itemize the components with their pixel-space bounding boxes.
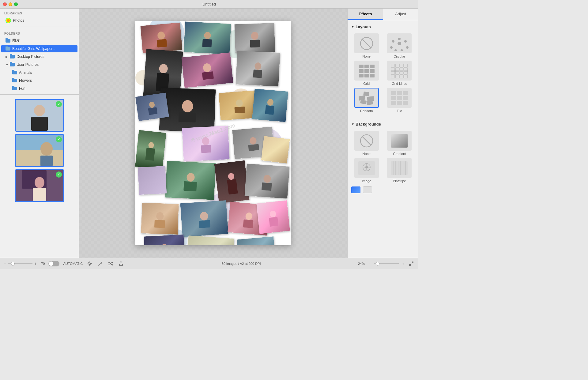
photo-22: [256, 200, 290, 234]
sidebar-divider-1: [0, 27, 79, 27]
folder-icon-0: [6, 38, 10, 43]
color-swatch-light[interactable]: [363, 186, 372, 193]
svg-rect-74: [364, 74, 369, 77]
sidebar-item-photos[interactable]: Photos: [1, 17, 77, 24]
svg-rect-86: [400, 71, 403, 74]
svg-rect-22: [253, 70, 262, 78]
layout-option-none[interactable]: None: [351, 33, 382, 58]
wand-button[interactable]: [97, 260, 104, 267]
gear-button[interactable]: [86, 260, 93, 267]
layout-label-gridlines: Grid Lines: [392, 82, 407, 85]
thumbnail-size-slider[interactable]: [8, 263, 32, 264]
right-panel: Effects Adjust ▼ Layouts None: [347, 9, 418, 258]
bg-label-gradient: Gradient: [393, 152, 406, 156]
maximize-button[interactable]: [14, 2, 18, 6]
zoom-slider[interactable]: [374, 263, 399, 264]
zoom-plus-right[interactable]: +: [402, 262, 404, 265]
bg-option-none[interactable]: None: [351, 131, 382, 156]
layout-thumb-grid: [354, 61, 379, 81]
sidebar-item-folder-1[interactable]: Beautiful Girls Wallpaper...: [1, 45, 77, 52]
bg-thumb-none: [354, 131, 379, 151]
bg-thumb-pinstripe: [387, 158, 412, 178]
layout-option-gridlines[interactable]: Grid Lines: [384, 61, 415, 85]
bg-thumb-gradient: [387, 131, 412, 151]
svg-point-11: [157, 31, 165, 40]
sidebar-item-fun[interactable]: Fun: [1, 85, 77, 92]
bg-label-pinstripe: Pinstripe: [393, 179, 406, 183]
photo-23: [144, 235, 185, 245]
svg-rect-103: [391, 101, 396, 105]
svg-point-13: [204, 32, 211, 39]
svg-rect-24: [179, 112, 196, 122]
image-count-info: 50 images / A2 at 200 DPI: [222, 262, 261, 265]
thumbnail-3[interactable]: ✓: [15, 169, 64, 202]
photo-16: [214, 160, 249, 203]
svg-point-33: [148, 142, 154, 149]
photo-20: [180, 200, 228, 237]
photo-19: [141, 203, 179, 235]
folder-name-fun: Fun: [19, 86, 25, 91]
tab-adjust[interactable]: Adjust: [383, 9, 419, 20]
tab-effects[interactable]: Effects: [348, 9, 383, 20]
svg-point-65: [392, 40, 394, 43]
layout-option-grid[interactable]: Grid: [351, 61, 382, 85]
svg-point-21: [254, 62, 262, 70]
thumbnail-2[interactable]: ✓: [15, 134, 64, 167]
photo-2: [183, 21, 231, 55]
svg-rect-100: [391, 96, 396, 100]
layout-option-tile[interactable]: Tile: [384, 88, 415, 113]
svg-rect-90: [400, 75, 403, 78]
thumbnail-1[interactable]: ✓: [15, 99, 64, 132]
layout-label-grid: Grid: [363, 82, 370, 85]
folder-name-2: Desktop Pictures: [17, 55, 44, 59]
layout-option-random[interactable]: Random: [351, 88, 382, 113]
layouts-header[interactable]: ▼ Layouts: [348, 23, 418, 31]
sidebar-item-folder-0[interactable]: 图片: [1, 37, 77, 44]
zoom-plus-icon[interactable]: +: [34, 261, 37, 266]
bg-option-image[interactable]: Image: [351, 158, 382, 183]
svg-rect-12: [156, 39, 167, 48]
export-button[interactable]: [118, 260, 124, 267]
zoom-minus-icon[interactable]: −: [4, 261, 6, 266]
status-bar: − + 70 AUTOMATIC 50 images / A2 at 200 D…: [0, 258, 418, 269]
svg-rect-84: [391, 71, 395, 74]
panel-tabs: Effects Adjust: [348, 9, 418, 20]
sidebar-item-animals[interactable]: Animals: [1, 69, 77, 76]
svg-rect-48: [243, 220, 253, 228]
layout-option-circular[interactable]: Circular: [384, 33, 415, 58]
svg-rect-2: [31, 117, 48, 131]
sidebar-item-folder-3[interactable]: ▼ User Pictures: [1, 61, 77, 68]
zoom-minus-right[interactable]: −: [368, 262, 370, 265]
layouts-arrow: ▼: [351, 25, 354, 28]
bg-option-pinstripe[interactable]: Pinstripe: [384, 158, 415, 183]
svg-point-66: [398, 42, 401, 45]
shuffle-button[interactable]: [107, 260, 114, 267]
svg-rect-77: [395, 64, 399, 67]
layouts-section: ▼ Layouts None: [348, 20, 418, 118]
folder-name-3: User Pictures: [17, 62, 39, 67]
sidebar-item-flowers[interactable]: Flowers: [1, 77, 77, 84]
minimize-button[interactable]: [9, 2, 12, 6]
svg-rect-6: [40, 156, 53, 166]
automatic-label: AUTOMATIC: [63, 262, 83, 265]
svg-rect-67: [359, 65, 364, 68]
automatic-toggle[interactable]: [48, 261, 59, 266]
layout-label-none: None: [363, 55, 371, 58]
svg-rect-105: [403, 101, 408, 105]
svg-point-29: [267, 99, 274, 106]
svg-rect-79: [404, 64, 408, 67]
svg-point-121: [89, 263, 91, 265]
backgrounds-header[interactable]: ▼ Backgrounds: [348, 120, 418, 128]
expand-button[interactable]: [408, 260, 415, 267]
sidebar-item-folder-2[interactable]: ▶ Desktop Pictures: [1, 53, 77, 60]
svg-rect-114: [391, 161, 408, 175]
bg-label-none: None: [363, 152, 371, 156]
svg-line-58: [362, 39, 371, 48]
bg-option-gradient[interactable]: Gradient: [384, 131, 415, 156]
color-swatch-blue[interactable]: [351, 186, 360, 193]
svg-point-64: [390, 46, 393, 49]
folder-icon-animals: [12, 70, 17, 75]
svg-rect-50: [269, 217, 278, 227]
close-button[interactable]: [3, 2, 7, 6]
svg-point-5: [40, 142, 53, 156]
